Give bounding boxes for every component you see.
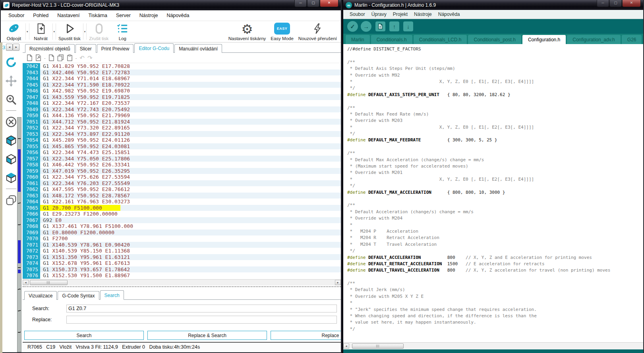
menu-item-0[interactable]: Soubor — [4, 11, 29, 20]
gcode-line-7046[interactable]: 7046G1 X42.982 Y50.952 E19.69870 — [23, 88, 341, 94]
search-action-button-0[interactable]: Search — [24, 331, 144, 340]
search-action-button-2[interactable]: Replace — [271, 331, 341, 340]
new-gcode-button[interactable] — [27, 54, 33, 61]
zoom-view-button[interactable] — [3, 92, 19, 107]
export-gcode-button[interactable] — [35, 54, 41, 61]
minimize-button[interactable]: ─ — [597, 0, 609, 7]
view-top-button[interactable] — [3, 133, 19, 148]
gcode-line-7053[interactable]: 7053G1 X22.344 Y73.897 E22.91120 — [23, 131, 341, 137]
easy-mode-button[interactable]: EASY Easy Mode — [268, 21, 296, 42]
code-hscrollbar[interactable]: ◂ — [343, 342, 643, 349]
rotate-view-button[interactable] — [3, 55, 19, 70]
load-button[interactable]: Nahrát — [29, 21, 52, 42]
gcode-line-7067[interactable]: 7067G92 E0 — [23, 217, 341, 224]
emergency-stop-button[interactable]: Nouzové přerušení — [296, 21, 339, 42]
gcode-line-7048[interactable]: 7048G1 X22.344 Y72.167 E20.73537 — [23, 100, 341, 106]
redo-button[interactable]: ↷ — [87, 55, 93, 61]
gcode-line-7049[interactable]: 7049G1 X22.344 Y72.743 E20.75492 — [23, 106, 341, 113]
gcode-line-7073[interactable]: 7073G1 X151.350 Y95.961 E1.63121 — [23, 254, 341, 260]
bottom-tab-0[interactable]: Vizualizace — [24, 291, 57, 300]
gcode-line-7056[interactable]: 7056G1 X22.344 Y74.473 E25.15851 — [23, 149, 341, 156]
scroll-right-arrow[interactable]: ▸ — [335, 280, 341, 285]
gcode-line-7059[interactable]: 7059G1 X47.019 Y50.952 E26.35295 — [23, 168, 341, 174]
gcode-line-7063[interactable]: 7063G1 X48.172 Y50.952 E28.78567 — [23, 193, 341, 199]
open-sketch-button[interactable]: ↑ — [389, 21, 399, 31]
copy-button[interactable] — [57, 54, 64, 61]
code-editor[interactable]: //#define DISTINCT_E_FACTORS /** * Defau… — [343, 44, 643, 342]
minimize-button[interactable]: ─ — [294, 0, 307, 7]
menu-item-3[interactable]: Nástroje — [411, 11, 435, 18]
connect-dropdown[interactable]: ▾ — [25, 23, 29, 40]
tab-2[interactable]: Print Preview — [97, 44, 134, 53]
gcode-line-7052[interactable]: 7052G1 X22.344 Y73.320 E22.89165 — [23, 125, 341, 131]
save-sketch-button[interactable]: ↓ — [403, 21, 413, 31]
gcode-hscrollbar[interactable]: ◂ ▸ — [23, 279, 341, 285]
upload-button[interactable]: → — [361, 21, 371, 32]
gcode-line-7060[interactable]: 7060G1 X22.344 Y75.626 E27.53594 — [23, 174, 341, 180]
verify-button[interactable]: ✓ — [347, 21, 358, 32]
gcode-line-7065[interactable]: 7065G1 Z0.700 F5100.000 — [23, 205, 341, 211]
view-iso-button[interactable] — [3, 170, 19, 185]
file-tab-6[interactable]: G26 — [622, 35, 642, 44]
menu-item-3[interactable]: Tiskárna — [84, 11, 112, 20]
gcode-line-7047[interactable]: 7047G1 X43.559 Y50.952 E19.71825 — [23, 94, 341, 100]
close-button[interactable]: ✕ — [320, 0, 338, 7]
gcode-line-7071[interactable]: 7071G1 X140.539 Y78.961 E0.90420 — [23, 242, 341, 248]
gcode-line-7069[interactable]: 7069G1 E0.80000 F1200.00000 — [23, 230, 341, 236]
gcode-line-7051[interactable]: 7051G1 X44.712 Y50.952 E21.81924 — [23, 119, 341, 125]
paste-button[interactable] — [67, 54, 73, 61]
maximize-button[interactable]: ▢ — [307, 0, 319, 7]
gcode-line-7068[interactable]: 7068G1 X137.461 Y78.961 F5100.000 — [23, 223, 341, 230]
gcode-line-7042[interactable]: 7042G1 X41.829 Y50.952 E17.70828 — [23, 63, 341, 69]
gcode-line-7070[interactable]: 7070G1 F2700 — [23, 235, 341, 242]
tab-3[interactable]: Editor G-Codu — [134, 43, 174, 53]
bottom-tab-2[interactable]: Search — [100, 290, 124, 300]
fit-view-button[interactable] — [3, 114, 19, 129]
tab-1[interactable]: Slicer — [75, 44, 96, 53]
scroll-thumb[interactable] — [30, 280, 68, 285]
gcode-line-7075[interactable]: 7075G1 X150.373 Y93.657 E1.78642 — [23, 266, 341, 273]
gcode-line-7072[interactable]: 7072G1 X140.539 Y85.150 E1.11368 — [23, 248, 341, 254]
search-action-button-1[interactable]: Replace & Search — [147, 331, 267, 340]
gcode-line-7064[interactable]: 7064G1 X22.161 Y76.963 E30.03273 — [23, 199, 341, 205]
move-view-button[interactable] — [3, 73, 19, 89]
menu-item-4[interactable]: Nápověda — [435, 11, 463, 18]
copies-button[interactable] — [3, 193, 19, 208]
gcode-line-7043[interactable]: 7043G1 X42.406 Y50.952 E17.72783 — [23, 69, 341, 76]
close-button[interactable]: ✕ — [622, 0, 641, 7]
undo-button[interactable]: ↶ — [79, 55, 85, 61]
gcode-line-7054[interactable]: 7054G1 X45.289 Y50.952 E24.01126 — [23, 137, 341, 143]
tab-4[interactable]: Manuální ovládání — [174, 44, 222, 53]
gcode-line-7057[interactable]: 7057G1 X22.344 Y75.050 E25.17806 — [23, 156, 341, 162]
layer-ruler[interactable] — [17, 117, 21, 352]
menu-item-4[interactable]: Server — [112, 11, 135, 20]
menu-item-2[interactable]: Nastavení — [53, 11, 84, 20]
load-dropdown[interactable]: ▾ — [52, 23, 56, 40]
gcode-line-7066[interactable]: 7066G1 E29.23273 F1200.00000 — [23, 211, 341, 217]
log-button[interactable]: Log — [111, 21, 134, 42]
gcode-line-7044[interactable]: 7044G1 X22.344 Y71.014 E18.68967 — [23, 75, 341, 82]
save-gcode-button[interactable] — [48, 54, 54, 61]
start-print-dropdown[interactable]: ▾ — [83, 23, 87, 40]
file-tab-1[interactable]: Conditionals.h — [371, 35, 412, 44]
gcode-line-7062[interactable]: 7062G1 X47.595 Y50.952 E28.76612 — [23, 186, 341, 193]
replace-input[interactable] — [66, 316, 337, 324]
spinner-left-button[interactable]: ◂ — [6, 44, 13, 51]
menu-item-1[interactable]: Úpravy — [368, 11, 390, 18]
tab-0[interactable]: Rozmístění objektů — [25, 44, 75, 53]
menu-item-0[interactable]: Soubor — [346, 11, 368, 18]
panel-splitter[interactable] — [23, 286, 341, 289]
file-tab-0[interactable]: Marlin — [346, 35, 370, 44]
menu-item-6[interactable]: Nápověda — [162, 11, 193, 20]
scroll-left-arrow[interactable]: ◂ — [343, 343, 349, 349]
gcode-line-7045[interactable]: 7045G1 X22.344 Y71.590 E18.70922 — [23, 82, 341, 88]
gcode-line-7050[interactable]: 7050G1 X44.136 Y50.952 E21.79969 — [23, 112, 341, 119]
gcode-line-7058[interactable]: 7058G1 X46.442 Y50.952 E26.33341 — [23, 162, 341, 168]
spinner-right-button[interactable]: ▸ — [13, 44, 19, 51]
file-tab-4[interactable]: Configuration.h — [522, 35, 566, 44]
gcode-line-7061[interactable]: 7061G1 X22.344 Y76.203 E27.55549 — [23, 180, 341, 187]
printer-settings-button[interactable]: ⚙ Nastavení tiskárny — [226, 21, 269, 42]
maximize-button[interactable]: ▢ — [609, 0, 622, 7]
menu-item-1[interactable]: Pohled — [29, 11, 53, 20]
connect-button[interactable]: Odpojit — [2, 21, 25, 42]
